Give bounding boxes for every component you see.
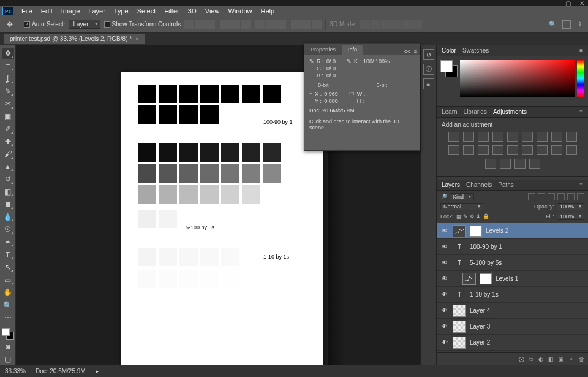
zoom-tool[interactable]: 🔍	[2, 299, 14, 311]
filter-kind-dropdown[interactable]: Kind	[450, 193, 474, 200]
menu-filter[interactable]: Filter	[160, 7, 183, 15]
tab-learn[interactable]: Learn	[442, 109, 458, 115]
visibility-icon[interactable]: 👁	[440, 291, 449, 298]
history-brush-tool[interactable]: ↺	[2, 173, 14, 185]
tab-adjustments[interactable]: Adjustments	[493, 109, 527, 115]
layer-mask-thumb[interactable]	[480, 273, 492, 284]
tab-layers[interactable]: Layers	[442, 181, 460, 188]
menu-layer[interactable]: Layer	[84, 7, 110, 15]
layer-row[interactable]: 👁T100-90 by 1	[437, 239, 588, 255]
auto-select-checkbox[interactable]: ✓Auto-Select:	[24, 21, 65, 28]
panel-menu-icon[interactable]: ≡	[579, 47, 583, 54]
mask-icon[interactable]: ◐	[538, 356, 543, 362]
filter-icons[interactable]	[528, 193, 584, 200]
dock-info-icon[interactable]: ⓘ	[423, 64, 434, 75]
menu-window[interactable]: Window	[224, 7, 256, 15]
visibility-icon[interactable]: 👁	[440, 307, 449, 314]
path-tool[interactable]: ↖	[2, 262, 14, 273]
opacity-value[interactable]: 100%	[557, 203, 584, 210]
brush-tool[interactable]: 🖌	[2, 148, 14, 160]
layer-mask-thumb[interactable]	[470, 226, 482, 237]
stamp-tool[interactable]: ▲	[2, 161, 14, 173]
dock-history-icon[interactable]: ↺	[423, 49, 434, 60]
tab-channels[interactable]: Channels	[466, 181, 492, 188]
trash-icon[interactable]: 🗑	[579, 356, 584, 362]
tab-info[interactable]: Info	[342, 45, 363, 55]
panel-menu-icon[interactable]: ≡	[414, 48, 417, 55]
minimize-button[interactable]: —	[551, 0, 557, 7]
tab-swatches[interactable]: Swatches	[462, 47, 489, 54]
color-field[interactable]	[460, 60, 575, 97]
adj-icon[interactable]: ◧	[548, 356, 554, 362]
link-icon[interactable]: ⨀	[519, 356, 524, 362]
share-icon[interactable]: ⇪	[577, 21, 582, 28]
visibility-icon[interactable]: 👁	[440, 243, 449, 250]
pen-tool[interactable]: ✒	[2, 237, 14, 248]
menu-help[interactable]: Help	[257, 7, 279, 15]
tab-properties[interactable]: Properties	[304, 45, 342, 55]
frame-tool[interactable]: ▣	[2, 111, 14, 123]
heal-tool[interactable]: ✚	[2, 136, 14, 148]
doc-tab[interactable]: printer test.psd @ 33.3% (Levels 2, RGB/…	[4, 34, 145, 44]
maximize-button[interactable]: ▢	[565, 0, 571, 7]
eraser-tool[interactable]: ◧	[2, 186, 14, 198]
visibility-icon[interactable]: 👁	[440, 227, 449, 234]
edit-toolbar[interactable]: ⋯	[2, 312, 14, 324]
menu-select[interactable]: Select	[133, 7, 160, 15]
menu-view[interactable]: View	[201, 7, 224, 15]
show-transform-checkbox[interactable]: Show Transform Controls	[104, 21, 181, 28]
collapse-icon[interactable]: <<	[404, 48, 410, 55]
panel-menu-icon[interactable]: ≡	[579, 181, 583, 188]
lasso-tool[interactable]: ʆ	[2, 73, 14, 85]
new-layer-icon[interactable]: ✧	[569, 356, 574, 362]
layer-row[interactable]: 👁T1-10 by 1s	[437, 287, 588, 303]
menu-type[interactable]: Type	[110, 7, 133, 15]
fx-icon[interactable]: fx	[529, 356, 533, 362]
tab-paths[interactable]: Paths	[498, 181, 514, 188]
dodge-tool[interactable]: ☉	[2, 224, 14, 235]
type-tool[interactable]: T	[2, 249, 14, 261]
panel-menu-icon[interactable]: ≡	[579, 109, 583, 115]
gradient-tool[interactable]: ◼	[2, 199, 14, 210]
workspace-icon[interactable]	[562, 20, 571, 29]
layer-row[interactable]: 👁T5-100 by 5s	[437, 255, 588, 271]
layer-row[interactable]: 👁Levels 2	[437, 223, 588, 239]
visibility-icon[interactable]: 👁	[440, 339, 449, 346]
info-panel[interactable]: Properties Info <<≡ ✎ R : G : B : 0/ 0 0…	[304, 43, 420, 151]
close-button[interactable]: ✕	[579, 0, 584, 7]
layer-row[interactable]: 👁Levels 1	[437, 271, 588, 287]
shape-tool[interactable]: ▭	[2, 274, 14, 286]
group-icon[interactable]: ▣	[559, 356, 564, 362]
search-icon[interactable]: 🔍	[549, 21, 556, 28]
close-tab-icon[interactable]: ×	[135, 36, 138, 42]
tab-color[interactable]: Color	[442, 47, 456, 54]
layer-row[interactable]: 👁Layer 4	[437, 303, 588, 319]
fg-bg-swatch[interactable]	[2, 328, 14, 340]
menu-file[interactable]: File	[17, 7, 37, 15]
quick-select-tool[interactable]: ✎	[2, 86, 14, 97]
quickmask-tool[interactable]: ◙	[2, 341, 14, 352]
menu-3d[interactable]: 3D	[184, 7, 201, 15]
screenmode-tool[interactable]: ▢	[2, 353, 14, 365]
menu-edit[interactable]: Edit	[37, 7, 57, 15]
status-chevron-icon[interactable]: ▸	[96, 368, 99, 375]
blur-tool[interactable]: 💧	[2, 211, 14, 223]
fill-value[interactable]: 100%	[557, 213, 584, 220]
tab-libraries[interactable]: Libraries	[464, 109, 487, 115]
visibility-icon[interactable]: 👁	[440, 275, 449, 282]
adjustment-presets[interactable]	[442, 132, 583, 169]
lock-icons[interactable]: ▦ ✎ ✥ ⬇ 🔒	[456, 213, 489, 219]
menu-image[interactable]: Image	[57, 7, 85, 15]
zoom-level[interactable]: 33.33%	[5, 368, 26, 375]
crop-tool[interactable]: ✂	[2, 98, 14, 110]
align-icons[interactable]	[184, 20, 322, 29]
move-tool[interactable]: ✥	[2, 48, 14, 59]
layer-row[interactable]: 👁Layer 2	[437, 335, 588, 351]
marquee-tool[interactable]: ◻	[2, 61, 14, 72]
layers-list[interactable]: 👁Levels 2👁T100-90 by 1👁T5-100 by 5s👁Leve…	[437, 223, 588, 352]
hue-slider[interactable]	[577, 60, 584, 97]
blend-mode-dropdown[interactable]: Normal	[440, 203, 483, 210]
visibility-icon[interactable]: 👁	[440, 259, 449, 266]
hand-tool[interactable]: ✋	[2, 287, 14, 299]
layer-row[interactable]: 👁Layer 3	[437, 319, 588, 335]
